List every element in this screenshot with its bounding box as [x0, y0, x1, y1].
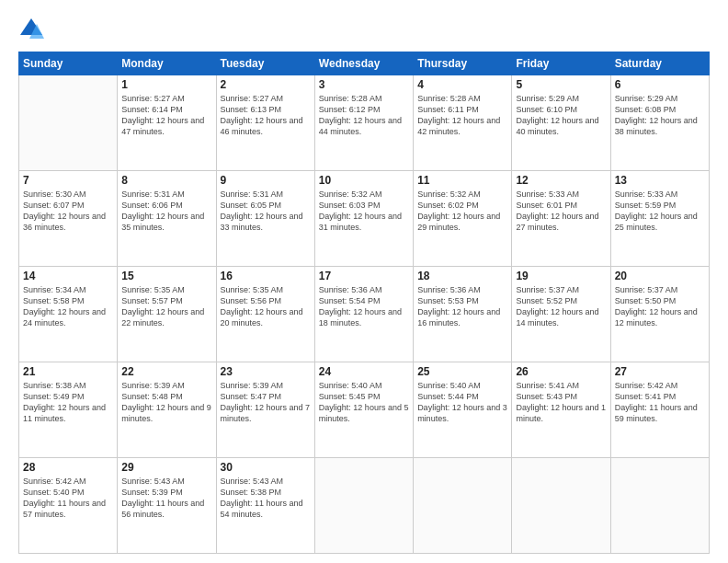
day-number: 13: [615, 174, 705, 187]
day-info: Sunrise: 5:27 AM Sunset: 6:13 PM Dayligh…: [221, 93, 311, 138]
calendar-cell: 17Sunrise: 5:36 AM Sunset: 5:54 PM Dayli…: [314, 267, 413, 362]
day-info: Sunrise: 5:28 AM Sunset: 6:12 PM Dayligh…: [319, 93, 409, 138]
day-number: 22: [121, 365, 211, 378]
day-info: Sunrise: 5:36 AM Sunset: 5:53 PM Dayligh…: [417, 284, 507, 329]
day-info: Sunrise: 5:42 AM Sunset: 5:41 PM Dayligh…: [615, 380, 705, 425]
weekday-header-thursday: Thursday: [414, 52, 512, 75]
day-info: Sunrise: 5:32 AM Sunset: 6:02 PM Dayligh…: [417, 189, 507, 234]
week-row-0: 1Sunrise: 5:27 AM Sunset: 6:14 PM Daylig…: [19, 75, 710, 171]
calendar-cell: 28Sunrise: 5:42 AM Sunset: 5:40 PM Dayli…: [19, 458, 118, 554]
day-info: Sunrise: 5:40 AM Sunset: 5:45 PM Dayligh…: [319, 380, 409, 425]
day-number: 23: [221, 365, 311, 378]
week-row-3: 21Sunrise: 5:38 AM Sunset: 5:49 PM Dayli…: [19, 362, 710, 458]
day-info: Sunrise: 5:31 AM Sunset: 6:06 PM Dayligh…: [121, 189, 211, 234]
day-info: Sunrise: 5:43 AM Sunset: 5:39 PM Dayligh…: [121, 476, 211, 521]
day-info: Sunrise: 5:29 AM Sunset: 6:10 PM Dayligh…: [516, 93, 606, 138]
calendar-cell: 30Sunrise: 5:43 AM Sunset: 5:38 PM Dayli…: [216, 458, 314, 554]
calendar-cell: 13Sunrise: 5:33 AM Sunset: 5:59 PM Dayli…: [610, 171, 709, 267]
day-info: Sunrise: 5:29 AM Sunset: 6:08 PM Dayligh…: [615, 93, 705, 138]
calendar-cell: 18Sunrise: 5:36 AM Sunset: 5:53 PM Dayli…: [414, 267, 512, 362]
calendar-cell: 27Sunrise: 5:42 AM Sunset: 5:41 PM Dayli…: [610, 362, 709, 458]
calendar-cell: 4Sunrise: 5:28 AM Sunset: 6:11 PM Daylig…: [414, 75, 512, 171]
calendar-cell: 29Sunrise: 5:43 AM Sunset: 5:39 PM Dayli…: [118, 458, 216, 554]
calendar-cell: 10Sunrise: 5:32 AM Sunset: 6:03 PM Dayli…: [314, 171, 413, 267]
day-info: Sunrise: 5:39 AM Sunset: 5:48 PM Dayligh…: [121, 380, 211, 425]
weekday-header-saturday: Saturday: [610, 52, 709, 75]
logo-icon: [18, 17, 44, 42]
calendar-cell: 22Sunrise: 5:39 AM Sunset: 5:48 PM Dayli…: [118, 362, 216, 458]
day-number: 5: [516, 78, 606, 91]
day-info: Sunrise: 5:41 AM Sunset: 5:43 PM Dayligh…: [516, 380, 606, 425]
day-number: 18: [417, 270, 507, 282]
calendar-cell: [19, 75, 118, 171]
day-number: 24: [319, 365, 409, 378]
day-info: Sunrise: 5:39 AM Sunset: 5:47 PM Dayligh…: [221, 380, 311, 425]
day-info: Sunrise: 5:40 AM Sunset: 5:44 PM Dayligh…: [417, 380, 507, 425]
day-info: Sunrise: 5:38 AM Sunset: 5:49 PM Dayligh…: [23, 380, 113, 425]
calendar-cell: 2Sunrise: 5:27 AM Sunset: 6:13 PM Daylig…: [216, 75, 314, 171]
day-info: Sunrise: 5:27 AM Sunset: 6:14 PM Dayligh…: [121, 93, 211, 138]
calendar-cell: 3Sunrise: 5:28 AM Sunset: 6:12 PM Daylig…: [314, 75, 413, 171]
day-info: Sunrise: 5:43 AM Sunset: 5:38 PM Dayligh…: [221, 476, 311, 521]
calendar-cell: 20Sunrise: 5:37 AM Sunset: 5:50 PM Dayli…: [610, 267, 709, 362]
weekday-header-tuesday: Tuesday: [216, 52, 314, 75]
calendar-cell: 8Sunrise: 5:31 AM Sunset: 6:06 PM Daylig…: [118, 171, 216, 267]
day-number: 15: [121, 270, 211, 282]
day-info: Sunrise: 5:31 AM Sunset: 6:05 PM Dayligh…: [221, 189, 311, 234]
day-number: 3: [319, 78, 409, 91]
page: SundayMondayTuesdayWednesdayThursdayFrid…: [0, 0, 728, 563]
day-number: 1: [121, 78, 211, 91]
day-number: 16: [221, 270, 311, 282]
day-number: 28: [23, 461, 113, 474]
day-number: 11: [417, 174, 507, 187]
calendar-cell: 6Sunrise: 5:29 AM Sunset: 6:08 PM Daylig…: [610, 75, 709, 171]
week-row-2: 14Sunrise: 5:34 AM Sunset: 5:58 PM Dayli…: [19, 267, 710, 362]
weekday-header-row: SundayMondayTuesdayWednesdayThursdayFrid…: [19, 52, 710, 75]
calendar-cell: [512, 458, 610, 554]
day-info: Sunrise: 5:42 AM Sunset: 5:40 PM Dayligh…: [23, 476, 113, 521]
day-info: Sunrise: 5:33 AM Sunset: 5:59 PM Dayligh…: [615, 189, 705, 234]
day-info: Sunrise: 5:34 AM Sunset: 5:58 PM Dayligh…: [23, 284, 113, 329]
day-number: 30: [221, 461, 311, 474]
day-number: 9: [221, 174, 311, 187]
day-number: 2: [221, 78, 311, 91]
day-number: 26: [516, 365, 606, 378]
day-number: 6: [615, 78, 705, 91]
weekday-header-wednesday: Wednesday: [314, 52, 413, 75]
calendar-cell: 23Sunrise: 5:39 AM Sunset: 5:47 PM Dayli…: [216, 362, 314, 458]
weekday-header-sunday: Sunday: [19, 52, 118, 75]
day-info: Sunrise: 5:36 AM Sunset: 5:54 PM Dayligh…: [319, 284, 409, 329]
day-info: Sunrise: 5:37 AM Sunset: 5:52 PM Dayligh…: [516, 284, 606, 329]
logo: [18, 17, 48, 42]
day-info: Sunrise: 5:37 AM Sunset: 5:50 PM Dayligh…: [615, 284, 705, 329]
calendar-table: SundayMondayTuesdayWednesdayThursdayFrid…: [18, 52, 710, 554]
calendar-cell: 1Sunrise: 5:27 AM Sunset: 6:14 PM Daylig…: [118, 75, 216, 171]
calendar-cell: 15Sunrise: 5:35 AM Sunset: 5:57 PM Dayli…: [118, 267, 216, 362]
calendar-cell: 11Sunrise: 5:32 AM Sunset: 6:02 PM Dayli…: [414, 171, 512, 267]
day-info: Sunrise: 5:28 AM Sunset: 6:11 PM Dayligh…: [417, 93, 507, 138]
day-number: 29: [121, 461, 211, 474]
day-info: Sunrise: 5:35 AM Sunset: 5:56 PM Dayligh…: [221, 284, 311, 329]
day-info: Sunrise: 5:32 AM Sunset: 6:03 PM Dayligh…: [319, 189, 409, 234]
day-number: 12: [516, 174, 606, 187]
calendar-cell: 26Sunrise: 5:41 AM Sunset: 5:43 PM Dayli…: [512, 362, 610, 458]
calendar-cell: [314, 458, 413, 554]
calendar-cell: 14Sunrise: 5:34 AM Sunset: 5:58 PM Dayli…: [19, 267, 118, 362]
week-row-1: 7Sunrise: 5:30 AM Sunset: 6:07 PM Daylig…: [19, 171, 710, 267]
header: [18, 17, 710, 42]
day-number: 27: [615, 365, 705, 378]
day-number: 8: [121, 174, 211, 187]
day-number: 14: [23, 270, 113, 282]
calendar-cell: 5Sunrise: 5:29 AM Sunset: 6:10 PM Daylig…: [512, 75, 610, 171]
day-number: 19: [516, 270, 606, 282]
calendar-cell: 16Sunrise: 5:35 AM Sunset: 5:56 PM Dayli…: [216, 267, 314, 362]
day-number: 20: [615, 270, 705, 282]
weekday-header-monday: Monday: [118, 52, 216, 75]
day-number: 21: [23, 365, 113, 378]
calendar-cell: 12Sunrise: 5:33 AM Sunset: 6:01 PM Dayli…: [512, 171, 610, 267]
calendar-cell: 9Sunrise: 5:31 AM Sunset: 6:05 PM Daylig…: [216, 171, 314, 267]
calendar-cell: 21Sunrise: 5:38 AM Sunset: 5:49 PM Dayli…: [19, 362, 118, 458]
day-number: 7: [23, 174, 113, 187]
day-info: Sunrise: 5:35 AM Sunset: 5:57 PM Dayligh…: [121, 284, 211, 329]
day-number: 4: [417, 78, 507, 91]
